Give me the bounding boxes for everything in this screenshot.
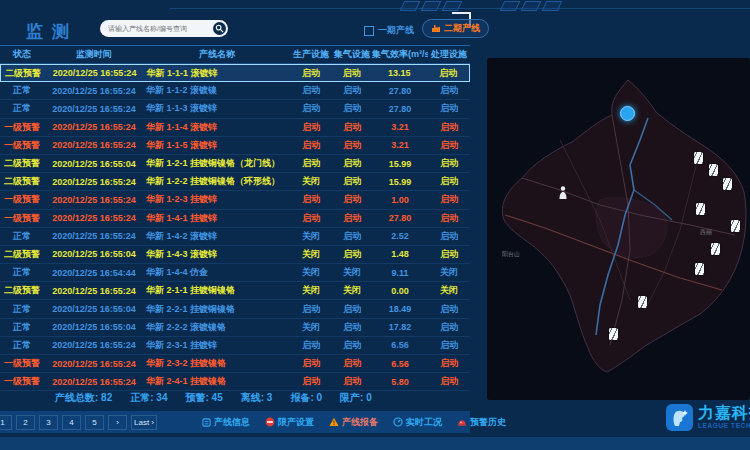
action-buttons: 产线信息 限产设置 产线报备 实时工况 预警历史 [202, 411, 506, 433]
factory-marker[interactable] [731, 220, 740, 232]
table-row[interactable]: 二级预警2020/12/25 16:55:24华新 1-1-1 滚镀锌启动启动1… [0, 64, 470, 82]
production-facility-cell: 关闭 [290, 284, 332, 297]
location-marker-blue[interactable] [620, 106, 635, 121]
table-row[interactable]: 正常2020/12/25 16:55:04华新 2-2-1 挂镀铜镍铬启动启动1… [0, 300, 470, 318]
page-button[interactable]: 3 [39, 415, 58, 430]
line-name-cell: 华新 1-4-4 仿金 [144, 266, 290, 279]
no-entry-icon [265, 417, 275, 427]
treatment-facility-cell: 关闭 [428, 266, 470, 279]
phase1-checkbox[interactable]: 一期产线 [364, 24, 414, 37]
table-row[interactable]: 正常2020/12/25 16:55:24华新 1-4-2 滚镀锌关闭启动2.5… [0, 228, 470, 246]
gas-efficiency-cell: 3.21 [372, 140, 428, 150]
factory-marker[interactable] [711, 243, 720, 255]
line-name-cell: 华新 2-1-1 挂镀铜镍铬 [144, 284, 290, 297]
gas-collection-cell: 关闭 [332, 284, 372, 297]
factory-marker[interactable] [609, 328, 618, 340]
table-row[interactable]: 一级预警2020/12/25 16:55:24华新 1-4-1 挂镀锌启动启动2… [0, 210, 470, 228]
gas-efficiency-cell: 18.49 [372, 304, 428, 314]
production-facility-cell: 启动 [290, 102, 332, 115]
table-row[interactable]: 二级预警2020/12/25 16:55:04华新 1-2-1 挂镀铜镍铬（龙门… [0, 155, 470, 173]
table-row[interactable]: 正常2020/12/25 16:55:24华新 2-3-1 挂镀锌启动启动6.5… [0, 337, 470, 355]
alert-history-button[interactable]: 预警历史 [457, 416, 506, 429]
person-icon [558, 186, 568, 200]
treatment-facility-cell: 启动 [428, 230, 470, 243]
gas-collection-cell: 启动 [332, 102, 372, 115]
status-cell: 一级预警 [0, 193, 44, 206]
column-header: 产线名称 [144, 46, 290, 63]
page-button[interactable]: 5 [85, 415, 104, 430]
limit-settings-button[interactable]: 限产设置 [265, 416, 314, 429]
production-facility-cell: 启动 [290, 157, 332, 170]
deco-tab [400, 1, 421, 11]
next-page-button[interactable]: › [108, 415, 127, 430]
table-row[interactable]: 正常2020/12/25 16:54:44华新 1-4-4 仿金关闭关闭9.11… [0, 264, 470, 282]
line-info-button[interactable]: 产线信息 [202, 416, 250, 429]
realtime-status-button[interactable]: 实时工况 [393, 416, 442, 429]
gas-efficiency-cell: 15.99 [372, 159, 428, 169]
treatment-facility-cell: 启动 [428, 357, 470, 370]
line-name-cell: 华新 1-2-3 挂镀锌 [144, 193, 290, 206]
production-facility-cell: 启动 [290, 139, 332, 152]
table-row[interactable]: 正常2020/12/25 16:55:24华新 1-1-2 滚镀镍启动启动27.… [0, 82, 470, 100]
treatment-facility-cell: 启动 [428, 248, 470, 261]
table-row[interactable]: 正常2020/12/25 16:55:24华新 1-1-3 滚镀锌启动启动27.… [0, 100, 470, 118]
logo-subtitle: LEAGUE TECH [698, 422, 750, 429]
status-cell: 正常 [0, 303, 44, 316]
warning-triangle-icon [329, 417, 339, 427]
line-report-button[interactable]: 产线报备 [329, 416, 378, 429]
table-row[interactable]: 一级预警2020/12/25 16:55:24华新 2-3-2 挂镀镍铬启动启动… [0, 355, 470, 373]
phase2-button[interactable]: 二期产线 [422, 19, 489, 38]
treatment-facility-cell: 启动 [428, 375, 470, 388]
page-button[interactable]: 1 [0, 415, 12, 430]
line-name-cell: 华新 2-2-2 滚镀镍铬 [144, 321, 290, 334]
status-cell: 正常 [0, 321, 44, 334]
last-page-button[interactable]: Last › [131, 415, 157, 430]
page-button[interactable]: 4 [62, 415, 81, 430]
status-cell: 正常 [0, 266, 44, 279]
table-row[interactable]: 二级预警2020/12/25 16:55:04华新 1-4-3 滚镀锌关闭启动1… [0, 246, 470, 264]
time-cell: 2020/12/25 16:55:24 [44, 122, 144, 132]
gas-efficiency-cell: 1.00 [372, 195, 428, 205]
factory-marker[interactable] [723, 178, 732, 190]
page-button[interactable]: 2 [16, 415, 35, 430]
time-cell: 2020/12/25 16:55:04 [44, 304, 144, 314]
treatment-facility-cell: 启动 [428, 102, 470, 115]
table-row[interactable]: 二级预警2020/12/25 16:55:24华新 1-2-2 挂镀铜镍铬（环形… [0, 173, 470, 191]
factory-marker[interactable] [638, 296, 647, 308]
table-row[interactable]: 一级预警2020/12/25 16:55:24华新 2-4-1 挂镀镍铬启动启动… [0, 373, 470, 391]
treatment-facility-cell: 启动 [428, 121, 470, 134]
table-row[interactable]: 一级预警2020/12/25 16:55:24华新 1-1-5 滚镀锌启动启动3… [0, 137, 470, 155]
factory-marker[interactable] [696, 203, 705, 215]
page-title: 监测 [26, 20, 78, 43]
search-input[interactable] [100, 25, 213, 32]
deco-tab [500, 1, 521, 11]
search-button[interactable] [213, 22, 226, 35]
table-row[interactable]: 二级预警2020/12/25 16:55:24华新 2-1-1 挂镀铜镍铬关闭关… [0, 282, 470, 300]
gas-efficiency-cell: 9.11 [372, 268, 428, 278]
factory-marker[interactable] [709, 164, 718, 176]
status-cell: 二级预警 [0, 284, 44, 297]
line-name-cell: 华新 1-1-4 滚镀锌 [144, 121, 290, 134]
table-row[interactable]: 正常2020/12/25 16:55:04华新 2-2-2 滚镀镍铬关闭启动17… [0, 319, 470, 337]
production-facility-cell: 启动 [290, 84, 332, 97]
status-cell: 正常 [0, 230, 44, 243]
factory-marker[interactable] [694, 152, 703, 164]
line-name-cell: 华新 1-1-2 滚镀镍 [144, 84, 290, 97]
line-name-cell: 华新 1-2-1 挂镀铜镍铬（龙门线） [144, 157, 290, 170]
gas-collection-cell: 启动 [332, 121, 372, 134]
info-icon [202, 418, 211, 427]
time-cell: 2020/12/25 16:55:24 [44, 195, 144, 205]
status-cell: 一级预警 [0, 212, 44, 225]
line-name-cell: 华新 1-1-3 滚镀锌 [144, 102, 290, 115]
checkbox-icon[interactable] [364, 26, 374, 36]
column-header: 处理设施 [428, 46, 470, 63]
gas-efficiency-cell: 13.15 [371, 68, 427, 78]
factory-marker[interactable] [695, 263, 704, 275]
table-row[interactable]: 一级预警2020/12/25 16:55:24华新 1-1-4 滚镀锌启动启动3… [0, 119, 470, 137]
bottom-band [0, 437, 750, 450]
search-bar[interactable] [100, 20, 228, 37]
line-name-cell: 华新 1-1-1 滚镀锌 [144, 67, 289, 80]
gas-efficiency-cell: 27.80 [372, 86, 428, 96]
table-row[interactable]: 一级预警2020/12/25 16:55:24华新 1-2-3 挂镀锌启动启动1… [0, 191, 470, 209]
time-cell: 2020/12/25 16:55:24 [44, 177, 144, 187]
